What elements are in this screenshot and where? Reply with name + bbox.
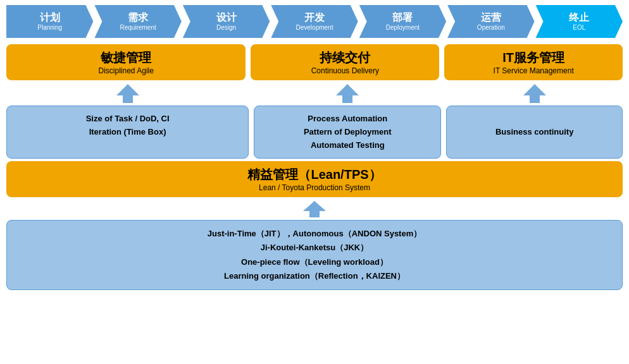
- lean-en: Lean / Toyota Production System: [14, 183, 615, 192]
- svg-marker-3: [303, 201, 326, 217]
- itsm-col: Business continuity: [446, 84, 623, 159]
- phase-bar: 计划 Planning 需求 Requirement 设计 Design 开发 …: [6, 5, 623, 38]
- delivery-zh: 持续交付: [320, 49, 370, 66]
- itsm-management-box: IT服务管理 IT Service Management: [444, 44, 623, 80]
- phase-zh: 计划: [40, 11, 60, 23]
- itsm-zh: IT服务管理: [502, 49, 564, 66]
- phase-zh: 需求: [128, 11, 148, 23]
- phase-zh: 部署: [392, 11, 413, 23]
- delivery-arrow-up: [336, 84, 359, 103]
- bottom-line1: Just-in-Time（JIT），Autonomous（ANDON Syste…: [20, 227, 609, 241]
- delivery-col: Process AutomationPattern of DeploymentA…: [254, 84, 441, 159]
- lean-zh: 精益管理（Lean/TPS）: [14, 166, 615, 183]
- bottom-arrow-row: [6, 201, 623, 217]
- phase-en: Planning: [37, 24, 62, 32]
- bottom-line2: Ji-Koutei-Kanketsu（JKK）: [20, 241, 609, 255]
- svg-marker-0: [116, 84, 139, 103]
- phase-zh: 开发: [304, 11, 325, 23]
- phase-requirement: 需求 Requirement: [94, 5, 181, 38]
- agile-en: Disciplined Agile: [99, 66, 154, 75]
- agile-info-text: Size of Task / DoD, CIIteration (Time Bo…: [86, 114, 170, 136]
- svg-marker-1: [336, 84, 359, 103]
- delivery-management-box: 持续交付 Continuous Delivery: [251, 44, 439, 80]
- phase-en: EOL: [573, 24, 585, 32]
- bottom-info-box: Just-in-Time（JIT），Autonomous（ANDON Syste…: [6, 220, 623, 289]
- phase-zh: 终止: [569, 11, 589, 23]
- phase-en: Design: [216, 24, 236, 32]
- agile-info-box: Size of Task / DoD, CIIteration (Time Bo…: [6, 106, 249, 159]
- phase-zh: 设计: [216, 11, 237, 23]
- phase-en: Requirement: [120, 24, 156, 32]
- agile-col: Size of Task / DoD, CIIteration (Time Bo…: [6, 84, 249, 159]
- biz-info-text: Business continuity: [495, 126, 574, 139]
- phase-operation: 运营 Operation: [447, 5, 534, 38]
- svg-marker-2: [523, 84, 546, 103]
- bottom-line4: Learning organization（Reflection，KAIZEN）: [20, 269, 609, 283]
- phase-en: Development: [296, 24, 333, 32]
- bottom-line3: One-piece flow（Leveling workload）: [20, 255, 609, 269]
- main-content: 敏捷管理 Disciplined Agile 持续交付 Continuous D…: [6, 44, 623, 359]
- itsm-en: IT Service Management: [494, 66, 574, 75]
- phase-en: Operation: [477, 24, 505, 32]
- phase-planning: 计划 Planning: [6, 5, 93, 38]
- phase-development: 开发 Development: [271, 5, 358, 38]
- phase-zh: 运营: [481, 11, 501, 23]
- agile-arrow-up: [116, 84, 139, 103]
- lean-arrow-up: [303, 201, 326, 217]
- agile-management-box: 敏捷管理 Disciplined Agile: [6, 44, 246, 80]
- combined-middle: Size of Task / DoD, CIIteration (Time Bo…: [6, 84, 623, 159]
- lean-box: 精益管理（Lean/TPS） Lean / Toyota Production …: [6, 161, 623, 197]
- delivery-info-text: Process AutomationPattern of DeploymentA…: [304, 114, 392, 150]
- biz-info-box: Business continuity: [446, 106, 623, 159]
- management-row: 敏捷管理 Disciplined Agile 持续交付 Continuous D…: [6, 44, 623, 80]
- delivery-en: Continuous Delivery: [311, 66, 379, 75]
- phase-deployment: 部署 Deployment: [359, 5, 446, 38]
- agile-zh: 敏捷管理: [101, 49, 151, 66]
- itsm-arrow-up: [523, 84, 546, 103]
- delivery-info-box: Process AutomationPattern of DeploymentA…: [254, 106, 441, 159]
- phase-design: 设计 Design: [183, 5, 270, 38]
- phase-eol: 终止 EOL: [536, 5, 623, 38]
- phase-en: Deployment: [386, 24, 420, 32]
